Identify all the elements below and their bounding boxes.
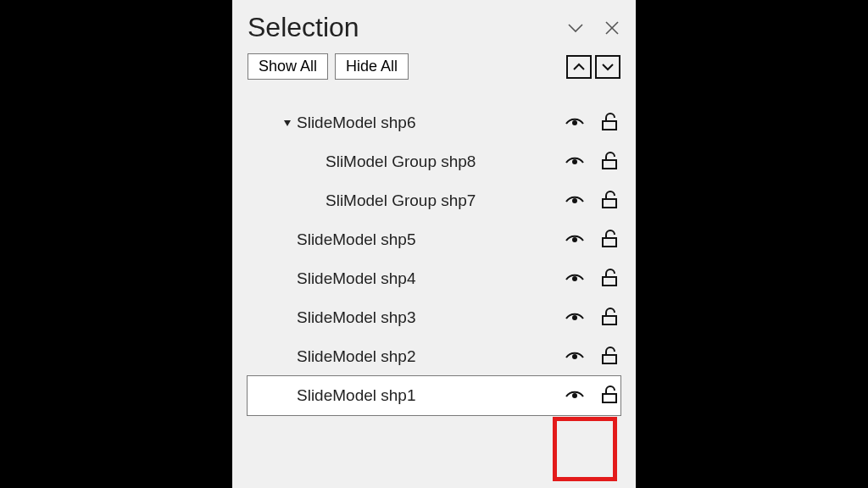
hide-all-button[interactable]: Hide All (335, 53, 409, 80)
show-all-button[interactable]: Show All (248, 53, 328, 80)
svg-rect-8 (603, 199, 616, 208)
collapse-panel-icon[interactable] (566, 19, 585, 37)
svg-rect-14 (603, 316, 616, 324)
visibility-toggle-icon[interactable] (565, 269, 585, 290)
svg-point-3 (572, 120, 577, 125)
lock-toggle-icon[interactable] (600, 345, 619, 369)
tree-item-controls (565, 345, 620, 369)
tree-item-controls (565, 267, 620, 291)
tree-item[interactable]: SliModel Group shp8 (248, 142, 620, 181)
tree-item[interactable]: SliModel Group shp7 (248, 181, 620, 220)
selection-tree: SlideModel shp6SliModel Group shp8SliMod… (248, 103, 620, 415)
svg-rect-18 (603, 394, 616, 402)
visibility-toggle-icon[interactable] (565, 230, 585, 251)
tree-item[interactable]: SlideModel shp3 (248, 298, 620, 337)
tree-item[interactable]: SlideModel shp6 (248, 103, 620, 142)
visibility-toggle-icon[interactable] (565, 152, 585, 173)
tree-item-label: SlideModel shp5 (297, 230, 565, 249)
tree-item-label: SlideModel shp2 (297, 347, 565, 366)
tree-item-label: SliModel Group shp7 (326, 191, 565, 210)
tree-item-controls (565, 384, 620, 408)
tree-item[interactable]: SlideModel shp4 (248, 259, 620, 298)
svg-rect-6 (603, 160, 616, 169)
panel-header-controls (566, 19, 620, 37)
panel-header: Selection (248, 12, 620, 43)
svg-point-13 (572, 315, 577, 320)
visibility-toggle-icon[interactable] (565, 113, 585, 134)
tree-item-label: SlideModel shp1 (297, 386, 565, 405)
lock-toggle-icon[interactable] (600, 228, 619, 252)
svg-point-7 (572, 198, 577, 203)
svg-point-9 (572, 237, 577, 242)
move-down-button[interactable] (595, 55, 620, 79)
move-up-button[interactable] (566, 55, 592, 79)
svg-rect-4 (603, 121, 616, 130)
visibility-toggle-icon[interactable] (565, 385, 585, 407)
tree-item-label: SlideModel shp4 (297, 269, 565, 288)
lock-toggle-icon[interactable] (600, 189, 619, 214)
svg-point-15 (572, 354, 577, 359)
svg-point-5 (572, 159, 577, 164)
svg-marker-2 (284, 120, 291, 126)
svg-rect-12 (603, 277, 616, 286)
visibility-toggle-icon[interactable] (565, 191, 585, 212)
tree-item[interactable]: SlideModel shp1 (248, 376, 620, 415)
visibility-toggle-icon[interactable] (565, 308, 585, 329)
tree-item[interactable]: SlideModel shp5 (248, 220, 620, 259)
svg-point-11 (572, 276, 577, 281)
tree-item-label: SliModel Group shp8 (326, 152, 565, 171)
lock-toggle-icon[interactable] (600, 150, 619, 175)
collapse-icon[interactable] (280, 118, 295, 128)
lock-toggle-icon[interactable] (600, 267, 619, 291)
tree-item-label: SlideModel shp6 (297, 114, 565, 132)
tree-item-label: SlideModel shp3 (297, 308, 565, 327)
visibility-toggle-icon[interactable] (565, 347, 585, 368)
selection-panel: Selection Show All Hide All SlideModel s… (232, 0, 636, 488)
svg-point-17 (572, 393, 577, 398)
close-panel-icon[interactable] (604, 19, 620, 36)
svg-rect-10 (603, 238, 616, 247)
lock-toggle-icon[interactable] (600, 111, 619, 136)
lock-toggle-icon[interactable] (600, 384, 619, 408)
tree-item-controls (565, 111, 620, 136)
tree-item-controls (565, 228, 620, 252)
tree-item-controls (565, 150, 620, 175)
tree-item-controls (565, 306, 620, 330)
svg-rect-16 (603, 355, 616, 363)
tree-item-controls (565, 189, 620, 214)
toolbar: Show All Hide All (248, 53, 620, 80)
panel-title: Selection (248, 12, 359, 43)
lock-toggle-icon[interactable] (600, 306, 619, 330)
tree-item[interactable]: SlideModel shp2 (248, 337, 620, 376)
